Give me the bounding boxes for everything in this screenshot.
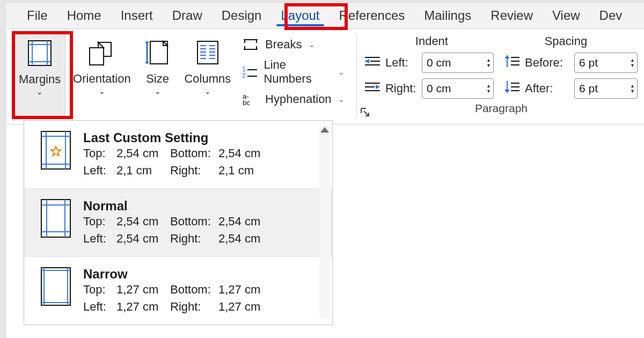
margin-preset-thumb-icon: [40, 267, 71, 314]
spinner-arrows-icon[interactable]: ▲▼: [486, 57, 491, 68]
scroll-up-icon[interactable]: [320, 127, 329, 133]
hyphenation-icon: a-bc: [241, 92, 260, 106]
spacing-after-icon: [504, 81, 519, 96]
tab-design[interactable]: Design: [212, 3, 272, 28]
chevron-down-icon: ⌄: [338, 68, 345, 76]
line-numbers-label: Line Numbers: [264, 58, 331, 86]
size-button[interactable]: Size ⌄: [138, 33, 177, 119]
spacing-after-input[interactable]: 6 pt▲▼: [574, 78, 638, 99]
margin-preset-thumb-icon: [40, 199, 71, 246]
indent-heading: Indent: [415, 34, 448, 48]
size-icon: [143, 39, 173, 67]
indent-left-input[interactable]: 0 cm▲▼: [422, 53, 494, 73]
spacing-after-label: After:: [525, 82, 553, 95]
spacing-heading: Spacing: [545, 34, 588, 48]
tab-view[interactable]: View: [543, 3, 590, 28]
svg-text:bc: bc: [243, 99, 250, 106]
breaks-button[interactable]: Breaks ⌄: [238, 35, 348, 54]
margin-preset-narrow[interactable]: Narrow Top: 1,27 cm Bottom:1,27 cm Left:…: [24, 256, 332, 325]
chevron-down-icon: ⌄: [204, 87, 211, 95]
indent-left-icon: [365, 55, 380, 70]
spacing-before-input[interactable]: 6 pt▲▼: [574, 53, 638, 73]
tab-references[interactable]: References: [330, 3, 415, 28]
tab-review[interactable]: Review: [481, 3, 543, 28]
spinner-arrows-icon[interactable]: ▲▼: [630, 83, 635, 94]
tab-home[interactable]: Home: [57, 3, 111, 28]
margin-preset-name: Normal: [83, 199, 267, 214]
tab-layout[interactable]: Layout: [271, 3, 329, 28]
chevron-down-icon: ⌄: [155, 87, 161, 95]
indent-right-input[interactable]: 0 cm▲▼: [422, 78, 494, 99]
chevron-down-icon: ⌄: [99, 87, 105, 95]
spinner-arrows-icon[interactable]: ▲▼: [486, 83, 491, 94]
margin-preset-custom[interactable]: Last Custom Setting Top: 2,54 cm Bottom:…: [24, 121, 332, 188]
margins-button[interactable]: Margins ⌄: [14, 33, 65, 119]
paragraph-group-label: Paragraph: [365, 102, 638, 115]
spacing-before-icon: [504, 55, 519, 70]
orientation-label: Orientation: [73, 72, 131, 86]
indent-right-icon: [365, 81, 380, 96]
margin-preset-normal[interactable]: Normal Top: 2,54 cm Bottom:2,54 cm Left:…: [24, 188, 332, 256]
hyphenation-button[interactable]: a-bc Hyphenation ⌄: [238, 90, 348, 108]
margin-preset-name: Narrow: [83, 267, 267, 282]
margins-dropdown[interactable]: Last Custom Setting Top: 2,54 cm Bottom:…: [24, 120, 333, 325]
indent-right-label: Right:: [385, 82, 416, 95]
tab-file[interactable]: File: [17, 3, 57, 28]
orientation-button[interactable]: Orientation ⌄: [69, 33, 135, 119]
svg-rect-61: [41, 268, 70, 305]
chevron-down-icon: ⌄: [36, 87, 43, 96]
svg-rect-6: [90, 48, 104, 65]
ribbon-tabs[interactable]: File Home Insert Draw Design Layout Refe…: [6, 3, 644, 29]
columns-button[interactable]: Columns ⌄: [180, 33, 235, 119]
breaks-label: Breaks: [265, 38, 302, 52]
tab-draw[interactable]: Draw: [163, 3, 212, 28]
margins-icon: [25, 39, 54, 67]
margin-preset-thumb-icon: [40, 130, 71, 178]
chevron-down-icon: ⌄: [338, 95, 345, 104]
svg-text:2: 2: [242, 72, 246, 79]
breaks-icon: [241, 38, 260, 52]
tab-mailings[interactable]: Mailings: [414, 3, 481, 28]
spacing-before-label: Before:: [525, 56, 563, 70]
paragraph-group: Indent Spacing Left: 0 cm▲▼ Before: 6 pt…: [365, 33, 638, 119]
margin-preset-name: Last Custom Setting: [83, 130, 267, 145]
tab-developer[interactable]: Dev: [590, 3, 632, 28]
columns-icon: [194, 39, 221, 67]
indent-left-label: Left:: [385, 56, 408, 70]
tab-insert[interactable]: Insert: [111, 3, 163, 28]
line-numbers-button[interactable]: 12 Line Numbers ⌄: [238, 56, 348, 88]
size-label: Size: [146, 72, 169, 86]
orientation-icon: [86, 39, 118, 67]
hyphenation-label: Hyphenation: [265, 92, 332, 106]
gallery-scrollbar[interactable]: [319, 126, 330, 319]
margins-label: Margins: [19, 72, 61, 86]
layout-ribbon: Margins ⌄ Orientation ⌄: [6, 29, 644, 124]
page-setup-dialog-launcher-icon[interactable]: [360, 107, 370, 120]
spinner-arrows-icon[interactable]: ▲▼: [630, 57, 635, 68]
line-numbers-icon: 12: [241, 65, 258, 79]
chevron-down-icon: ⌄: [309, 40, 315, 49]
columns-label: Columns: [184, 72, 231, 86]
